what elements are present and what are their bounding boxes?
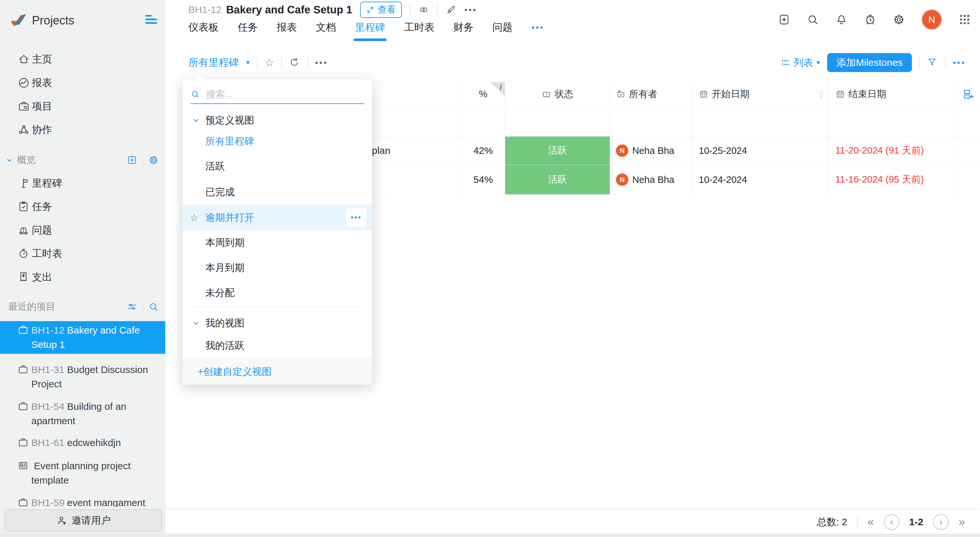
overview-settings-icon[interactable] <box>148 155 159 165</box>
owner-cell[interactable]: N Neha Bha <box>610 165 692 194</box>
settings-gear-icon[interactable] <box>892 13 905 26</box>
view-project-button[interactable]: 查看 <box>360 2 402 18</box>
view-option-label: 已完成 <box>205 185 235 199</box>
project-list-item[interactable]: BH1-31Budget Discussion Project <box>0 361 165 393</box>
project-list-item[interactable]: BH1-54Building of an apartment <box>0 397 165 430</box>
tab-milestones[interactable]: 里程碑 <box>355 19 385 40</box>
view-selector-dropdown: 预定义视图 所有里程碑 活跃 已完成 ☆ 逾期并打开 ••• 本周到期 本月到期… <box>183 79 372 385</box>
tab-dashboard[interactable]: 仪表板 <box>188 19 219 40</box>
project-search-icon[interactable] <box>148 301 159 312</box>
layout-selector[interactable]: 列表 ▾ <box>781 56 820 69</box>
view-selector[interactable]: 所有里程碑 <box>188 56 239 69</box>
view-option-more-icon[interactable]: ••• <box>346 208 366 226</box>
sidebar-item-issues[interactable]: 问题 <box>0 218 165 242</box>
filter-funnel-icon[interactable] <box>927 57 938 68</box>
end-date-cell[interactable]: 11-20-2024 (91 天前) <box>828 137 957 165</box>
total-count-label: 总数: 2 <box>817 515 847 529</box>
next-page-icon[interactable]: › <box>933 514 949 530</box>
favorite-star-icon[interactable]: ☆ <box>265 56 274 69</box>
status-cell[interactable]: 活跃 <box>505 137 610 165</box>
sidebar-item-reports[interactable]: 报表 <box>0 71 165 94</box>
copy-link-icon[interactable] <box>418 4 429 15</box>
start-date-cell[interactable]: 10-25-2024 <box>692 137 828 165</box>
first-page-icon[interactable]: « <box>867 516 874 528</box>
project-list-item[interactable]: BH1-12Bakery and Cafe Setup 1 <box>0 321 165 354</box>
tab-tasks[interactable]: 任务 <box>238 19 258 40</box>
project-list-item[interactable]: BH1-61edcwehikdjn <box>0 433 165 452</box>
section-title: 我的视图 <box>205 317 245 330</box>
sidebar-item-label: 工时表 <box>32 247 62 261</box>
view-option-completed[interactable]: 已完成 <box>183 180 372 204</box>
milestone-icon <box>18 177 30 190</box>
column-header-start-date[interactable]: 开始日期 ▵▿ <box>692 82 828 106</box>
view-option-overdue-open[interactable]: ☆ 逾期并打开 ••• <box>183 205 372 230</box>
end-date-cell[interactable]: 11-16-2024 (95 天前) <box>828 165 957 194</box>
tabs-more-icon[interactable]: ••• <box>531 19 544 40</box>
my-views-section[interactable]: 我的视图 <box>183 314 372 332</box>
view-option-all-milestones[interactable]: 所有里程碑 <box>183 129 372 153</box>
status-badge[interactable]: 活跃 <box>505 165 610 194</box>
column-header-percent[interactable]: % i <box>461 82 505 106</box>
edit-pen-icon[interactable] <box>445 4 457 15</box>
view-option-active[interactable]: 活跃 <box>183 155 372 178</box>
status-badge[interactable]: 活跃 <box>505 137 610 165</box>
notifications-bell-icon[interactable] <box>835 13 848 26</box>
sidebar-item-home[interactable]: 主页 <box>0 48 165 71</box>
tab-finance[interactable]: 财务 <box>453 19 474 40</box>
view-option-unassigned[interactable]: 未分配 <box>183 281 372 304</box>
toolbar-more-icon[interactable]: ••• <box>953 58 966 68</box>
expand-icon <box>366 6 374 14</box>
last-page-icon[interactable]: » <box>958 516 965 528</box>
column-header-end-date[interactable]: 结束日期 <box>828 82 957 106</box>
search-icon[interactable] <box>807 13 819 26</box>
view-search-input[interactable] <box>205 89 364 100</box>
tab-issues[interactable]: 问题 <box>492 19 513 40</box>
view-option-due-this-month[interactable]: 本月到期 <box>183 256 372 279</box>
status-cell[interactable]: 活跃 <box>505 165 610 194</box>
sidebar-collapse-icon[interactable] <box>145 15 158 26</box>
refresh-icon[interactable] <box>289 57 300 68</box>
add-section-icon[interactable] <box>127 155 137 165</box>
view-project-label: 查看 <box>378 3 396 16</box>
view-option-due-this-week[interactable]: 本周到期 <box>183 231 372 254</box>
sidebar-item-timesheets[interactable]: 工时表 <box>0 242 165 265</box>
dropdown-search[interactable] <box>190 85 364 104</box>
project-tabs: 仪表板 任务 报表 文档 里程碑 工时表 财务 问题 ••• <box>188 19 544 40</box>
timer-icon[interactable] <box>864 13 877 26</box>
tab-documents[interactable]: 文档 <box>316 19 336 40</box>
invite-users-button[interactable]: 邀请用户 <box>5 509 162 531</box>
column-header-status[interactable]: 状态 <box>505 82 610 106</box>
recent-projects-title: 最近的项目 <box>8 300 56 313</box>
chevron-down-icon <box>5 156 14 164</box>
sidebar-item-tasks[interactable]: 任务 <box>0 195 165 218</box>
view-toolbar-left: 所有里程碑 ▾ ☆ ••• <box>188 52 328 73</box>
column-label: % <box>479 89 488 99</box>
divider <box>919 58 920 67</box>
filter-sliders-icon[interactable] <box>127 301 137 312</box>
sidebar-item-collaboration[interactable]: 协作 <box>0 118 165 142</box>
column-header-add[interactable] <box>957 82 980 106</box>
add-milestones-button[interactable]: 添加Milestones <box>827 53 912 72</box>
user-avatar[interactable]: N <box>921 9 942 30</box>
quick-add-icon[interactable] <box>778 13 790 26</box>
owner-cell[interactable]: N Neha Bha <box>610 137 692 165</box>
prev-page-icon[interactable]: ‹ <box>884 514 899 530</box>
predefined-views-section[interactable]: 预定义视图 <box>183 111 372 129</box>
create-custom-view-button[interactable]: +创建自定义视图 <box>183 359 372 385</box>
start-date-cell[interactable]: 10-24-2024 <box>692 165 828 194</box>
apps-grid-icon[interactable] <box>958 13 971 26</box>
sidebar-item-milestones[interactable]: 里程碑 <box>0 172 165 195</box>
column-header-owner[interactable]: 所有者 <box>610 82 692 106</box>
overview-section-header[interactable]: 概览 <box>0 150 165 170</box>
view-more-icon[interactable]: ••• <box>315 58 328 68</box>
tab-timesheets[interactable]: 工时表 <box>404 19 434 40</box>
title-more-icon[interactable]: ••• <box>465 5 477 15</box>
sort-icon[interactable]: ▵▿ <box>820 89 822 99</box>
sidebar-item-projects[interactable]: 项目 <box>0 94 165 118</box>
project-list-item[interactable]: BH1-59event mangament <box>0 494 165 507</box>
sidebar-item-expenses[interactable]: 支出 <box>0 265 165 289</box>
tab-reports[interactable]: 报表 <box>277 19 297 40</box>
project-list-item[interactable]: Event planning project template <box>0 457 165 489</box>
view-option-my-active[interactable]: 我的活跃 <box>183 334 372 357</box>
favorite-star-icon[interactable]: ☆ <box>190 212 199 223</box>
